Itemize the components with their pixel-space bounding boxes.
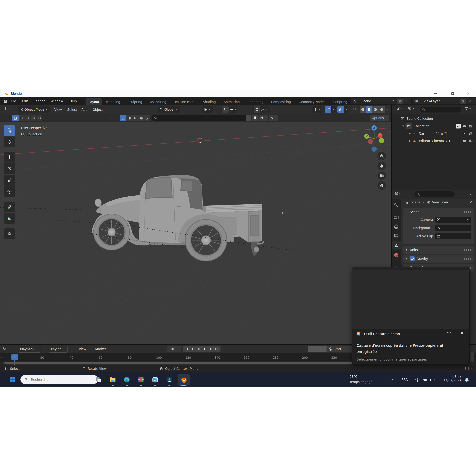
search-options-button[interactable] xyxy=(246,115,251,121)
properties-editor-type[interactable] xyxy=(394,191,401,195)
gizmo-options[interactable] xyxy=(331,106,336,113)
properties-options-chevron[interactable] xyxy=(469,192,473,196)
outliner-display-mode[interactable] xyxy=(396,107,403,110)
tool-move[interactable] xyxy=(4,152,15,163)
outliner-search-input[interactable] xyxy=(420,106,461,113)
gravity-panel[interactable]: Gravity ●●●●●●●● xyxy=(403,255,474,263)
mode-selector[interactable]: Object Mode xyxy=(18,106,50,113)
frame-start-field[interactable]: Start xyxy=(326,346,356,352)
properties-search-input[interactable] xyxy=(414,191,455,197)
outliner-row-editor-cinema4d[interactable]: Éditeur_Cinema_4D xyxy=(392,137,476,145)
tool-add-cube[interactable] xyxy=(4,228,15,239)
expand-arrow-icon[interactable] xyxy=(401,124,404,128)
collapse-chevron-icon[interactable] xyxy=(109,116,112,120)
bookmark-button[interactable] xyxy=(252,115,258,121)
select-subtract-button[interactable] xyxy=(25,115,31,121)
viewport-camera-button[interactable] xyxy=(377,171,386,180)
file-explorer-button[interactable] xyxy=(108,375,117,384)
tab-modeling[interactable]: Modeling xyxy=(104,98,122,105)
brush-filter-button[interactable] xyxy=(144,115,150,121)
snap-toggle[interactable] xyxy=(222,106,229,113)
tray-chevron-up-icon[interactable] xyxy=(391,377,395,382)
gizmo-toggle[interactable] xyxy=(325,106,331,113)
timeline-view-menu[interactable]: View xyxy=(79,346,86,352)
viewport-zoom-button[interactable] xyxy=(377,152,386,160)
3dsmax-button[interactable] xyxy=(165,375,174,384)
outliner-row-scene-collection[interactable]: Scene Collection xyxy=(392,115,476,122)
snapping-controls[interactable] xyxy=(221,106,238,113)
minimize-button[interactable] xyxy=(434,90,437,97)
expand-arrow-icon[interactable] xyxy=(408,139,411,143)
render-camera-icon[interactable] xyxy=(469,132,473,135)
active-clip-field[interactable] xyxy=(435,233,471,239)
tab-texture-paint[interactable]: Texture Paint xyxy=(172,98,197,105)
toast-action-hint[interactable]: Sélectionner ici pour marquer et partage… xyxy=(357,356,462,362)
jump-to-start-button[interactable] xyxy=(184,346,190,352)
visibility-dropdown[interactable] xyxy=(312,106,322,113)
menu-render[interactable]: Render xyxy=(32,97,46,105)
snipping-tool-toast[interactable]: Outil Capture d'écran ⋯ Capture d'écran … xyxy=(352,267,470,364)
tool-transform[interactable] xyxy=(4,186,15,197)
xray-toggle[interactable] xyxy=(351,106,358,113)
shading-options[interactable] xyxy=(385,106,389,113)
remove-viewlayer-icon[interactable] xyxy=(468,99,472,103)
tool-select-box[interactable] xyxy=(4,125,15,136)
overlays-dropdown[interactable] xyxy=(337,106,348,113)
photos-button[interactable] xyxy=(151,375,160,384)
viewlayer-selector[interactable]: ViewLayer xyxy=(413,98,476,104)
blender-logo-icon[interactable] xyxy=(3,99,7,103)
screenshot-preview[interactable] xyxy=(352,267,469,329)
tool-annotate[interactable] xyxy=(4,202,15,212)
new-scene-button[interactable] xyxy=(397,99,404,104)
outliner-id-type[interactable] xyxy=(408,107,414,110)
new-viewlayer-button[interactable] xyxy=(460,99,466,104)
transform-orientation[interactable]: Global xyxy=(158,106,180,113)
viewport-ortho-button[interactable] xyxy=(377,181,386,190)
select-extend-button[interactable] xyxy=(19,115,25,121)
play-button[interactable] xyxy=(202,346,207,352)
units-panel[interactable]: Units ●●●●●●●● xyxy=(403,246,474,254)
menu-window[interactable]: Window xyxy=(50,97,64,105)
edge-button[interactable] xyxy=(122,375,131,384)
toast-close-icon[interactable] xyxy=(460,331,464,335)
background-scene-field[interactable] xyxy=(435,225,471,231)
maximize-button[interactable] xyxy=(451,90,454,97)
hide-eye-icon[interactable] xyxy=(463,139,466,143)
tab-output-icon[interactable] xyxy=(394,224,399,229)
winrar-button[interactable] xyxy=(136,375,145,384)
panel-grip-icon[interactable]: ●●●●●●●● xyxy=(464,211,472,213)
tool-cursor[interactable] xyxy=(4,136,15,147)
timeline-editor-type[interactable] xyxy=(3,346,10,350)
weather-condition[interactable]: Temps dégagé xyxy=(350,380,373,384)
menu-file[interactable]: File xyxy=(10,97,17,105)
tool-rotate[interactable] xyxy=(4,163,15,174)
language-indicator[interactable]: FRA xyxy=(402,378,408,382)
toast-more-button[interactable]: ⋯ xyxy=(447,330,451,335)
tab-geometry-nodes[interactable]: Geometry Nodes xyxy=(296,98,328,105)
menu-help[interactable]: Help xyxy=(68,97,78,105)
gravity-checkbox[interactable] xyxy=(410,256,415,261)
filter-dropdown[interactable] xyxy=(269,115,278,121)
screen-filter-button[interactable] xyxy=(120,115,126,121)
render-camera-icon[interactable] xyxy=(469,124,473,128)
notification-bell-icon[interactable] xyxy=(464,377,470,383)
hide-eye-icon[interactable] xyxy=(463,124,466,128)
asset-search-input[interactable] xyxy=(152,115,248,121)
wifi-icon[interactable] xyxy=(415,377,420,382)
playback-menu[interactable]: Playback xyxy=(18,346,40,353)
proportional-editing[interactable] xyxy=(252,106,270,113)
overlays-options[interactable] xyxy=(344,106,348,113)
options-dropdown[interactable]: Options xyxy=(370,115,389,121)
playhead[interactable]: 1 xyxy=(11,354,18,360)
panel-grip-icon[interactable]: ●●●●●●●● xyxy=(464,258,472,260)
breadcrumb-scene[interactable]: Scene xyxy=(411,201,420,204)
region-expand-icon[interactable] xyxy=(0,356,3,359)
pin-icon[interactable] xyxy=(391,99,395,103)
tab-sculpting[interactable]: Sculpting xyxy=(126,98,144,105)
pin-icon[interactable] xyxy=(469,201,473,204)
menu-edit[interactable]: Edit xyxy=(21,97,29,105)
proportional-toggle[interactable] xyxy=(254,106,260,113)
camera-field[interactable] xyxy=(435,217,471,223)
next-keyframe-button[interactable] xyxy=(207,346,213,352)
menu-view[interactable]: View xyxy=(54,108,62,112)
